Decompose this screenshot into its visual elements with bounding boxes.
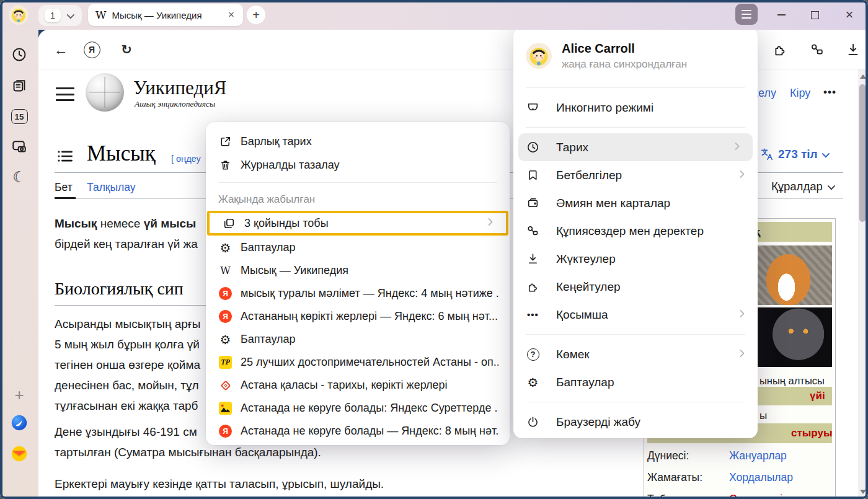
menu-item-settings[interactable]: Баптаулар <box>513 368 758 396</box>
menu-item-bookmarks[interactable]: Бетбелгілер <box>513 161 758 189</box>
tab-talk[interactable]: Талқылау <box>87 181 136 194</box>
sidebar-dark-mode-button[interactable] <box>9 167 29 187</box>
tab-counter[interactable]: 1 <box>45 9 61 22</box>
titlebar: 1 W Мысық — Уикипедия × + × <box>0 0 868 30</box>
menu-item-tab-group[interactable]: 3 қойынды тобы <box>207 211 508 236</box>
main-browser-menu: Alice Carroll жаңа ғана синхрондалған Ин… <box>513 27 758 438</box>
taxo-link[interactable]: Сүткоректілер <box>729 493 801 499</box>
extensions-button[interactable] <box>769 38 791 61</box>
tab-group-icon <box>222 216 236 231</box>
tab-page[interactable]: Бет <box>55 181 73 194</box>
active-tab[interactable]: W Мысық — Уикипедия × <box>88 4 243 26</box>
toc-icon[interactable] <box>57 149 73 166</box>
passwords-button[interactable] <box>806 38 828 61</box>
menu-item-settings[interactable]: Баптаулар <box>206 328 510 351</box>
wiki-hamburger-icon[interactable] <box>56 87 74 101</box>
sidebar-screenshot-button[interactable] <box>9 136 29 156</box>
body-line: Еркектері мауығу кезінде қатты таласып, … <box>55 477 384 491</box>
wikipedia-wordmark[interactable]: УикипедиЯ <box>133 77 226 99</box>
yandex-favicon: Я <box>218 309 232 324</box>
menu-item-label: Барлық тарих <box>241 135 498 148</box>
sidebar-yandex-browser-button[interactable] <box>9 413 29 433</box>
menu-item-close-browser[interactable]: Браузерді жабу <box>513 408 758 436</box>
sidebar-notes-button[interactable] <box>9 76 29 95</box>
wiki-header-more-icon[interactable]: ••• <box>823 86 836 99</box>
browser-menu-button[interactable] <box>735 4 758 25</box>
profile-row[interactable]: Alice Carroll жаңа ғана синхрондалған <box>513 27 758 82</box>
download-icon <box>846 42 861 57</box>
menu-item-downloads[interactable]: Жүктеулер <box>513 245 758 273</box>
chevron-right-icon <box>486 217 495 230</box>
external-link-icon <box>218 135 232 149</box>
puzzle-icon <box>526 280 540 294</box>
language-selector[interactable]: 273 тіл <box>760 148 828 161</box>
sidebar-history-button[interactable] <box>9 45 29 64</box>
history-entry[interactable]: Я Астанада не көруге болады — Яндекс: 8 … <box>206 420 510 443</box>
login-link[interactable]: Кіру <box>790 87 810 99</box>
sidebar-yandex-mail-button[interactable] <box>9 444 29 464</box>
menu-item-label: мысық туралы мәлімет — Яндекс: 4 мың нәт… <box>241 287 498 300</box>
clock-icon <box>526 140 540 154</box>
menu-item-label: Бетбелгілер <box>556 169 722 182</box>
menu-item-help[interactable]: ? Көмек <box>513 340 758 368</box>
menu-item-all-history[interactable]: Барлық тарих <box>206 130 510 153</box>
maximize-button[interactable] <box>801 0 828 30</box>
downloads-button[interactable] <box>842 38 864 61</box>
table-row: Табы:Сүткоректілер <box>647 493 832 499</box>
profile-avatar[interactable] <box>9 5 29 25</box>
taxo-label: Жамағаты: <box>647 471 729 484</box>
menu-item-label: Астанада не көруге болады: Яндекс Суретт… <box>241 402 498 415</box>
menu-item-extensions[interactable]: Кеңейтулер <box>513 273 758 301</box>
minimize-button[interactable] <box>768 0 795 30</box>
body-text: немесе <box>97 217 143 230</box>
history-entry[interactable]: Астанада не көруге болады: Яндекс Суретт… <box>206 397 510 420</box>
menu-item-passwords[interactable]: Құпиясөздер мен деректер <box>513 217 758 245</box>
tab-group-pill[interactable]: 1 <box>38 5 82 26</box>
sidebar: 15 + ••• <box>0 30 38 499</box>
sidebar-add-button[interactable]: + <box>9 385 29 405</box>
scrollbar-thumb[interactable] <box>859 84 866 222</box>
new-tab-button[interactable]: + <box>247 6 265 24</box>
sidebar-calendar-button[interactable]: 15 <box>9 107 29 126</box>
back-button[interactable] <box>50 38 72 61</box>
menu-item-label: Астана қаласы - тарихы, көрікті жерлері <box>241 379 498 392</box>
edit-link[interactable]: [ өңдеу <box>171 154 201 164</box>
tools-dropdown[interactable]: Құралдар <box>771 180 833 193</box>
key-icon <box>526 224 540 238</box>
wikipedia-globe-logo[interactable] <box>86 73 124 112</box>
history-entry[interactable]: TP 25 лучших достопримечательностей Аста… <box>206 351 510 374</box>
scroll-down-arrow[interactable] <box>860 490 866 494</box>
yandex-letter: Я <box>219 425 232 438</box>
menu-item-clear-history[interactable]: Журналды тазалау <box>206 153 510 177</box>
table-row: Дүниесі:Жануарлар <box>647 449 832 462</box>
page-scrollbar[interactable] <box>858 69 867 499</box>
menu-item-wallet[interactable]: Әмиян мен карталар <box>513 189 758 217</box>
article-title: Мысық <box>87 141 156 166</box>
menu-item-incognito[interactable]: Инкогнито режимі <box>513 94 758 121</box>
taxo-link[interactable]: Хордалылар <box>729 471 793 484</box>
history-entry[interactable]: Я Астананың көрікті жерлері — Яндекс: 6 … <box>206 305 510 328</box>
history-entry[interactable]: Я мысық туралы мәлімет — Яндекс: 4 мың н… <box>206 282 510 305</box>
history-entry[interactable]: Астана қаласы - тарихы, көрікті жерлері <box>206 374 510 397</box>
menu-item-label: Баптаулар <box>241 333 498 346</box>
menu-item-label: Баптаулар <box>241 241 498 254</box>
history-entry[interactable]: W Мысық — Уикипедия <box>206 259 510 282</box>
menu-item-more[interactable]: ••• Қосымша <box>513 301 758 329</box>
taxo-link[interactable]: Жануарлар <box>729 449 787 462</box>
menu-item-label: Журналды тазалау <box>241 159 498 172</box>
yandex-services-button[interactable]: Я <box>81 38 103 61</box>
active-tab-underline <box>55 197 76 199</box>
section-heading: Биологиялық сип <box>55 279 184 299</box>
tab-close-icon[interactable]: × <box>227 9 236 21</box>
menu-divider <box>526 402 745 402</box>
taxo-label: Дүниесі: <box>647 449 729 462</box>
menu-item-label: Құпиясөздер мен деректер <box>556 224 746 238</box>
scroll-up-arrow[interactable] <box>860 74 866 79</box>
menu-item-settings[interactable]: Баптаулар <box>206 236 510 259</box>
reload-button[interactable] <box>115 38 138 61</box>
infobox-row-fragment: ы <box>760 410 767 422</box>
close-button[interactable]: × <box>836 0 863 30</box>
menu-item-history[interactable]: Тарих <box>518 133 753 161</box>
section-rule <box>55 305 206 306</box>
taxonomy-table: Дүниесі:Жануарлар Жамағаты:Хордалылар Та… <box>647 449 832 499</box>
